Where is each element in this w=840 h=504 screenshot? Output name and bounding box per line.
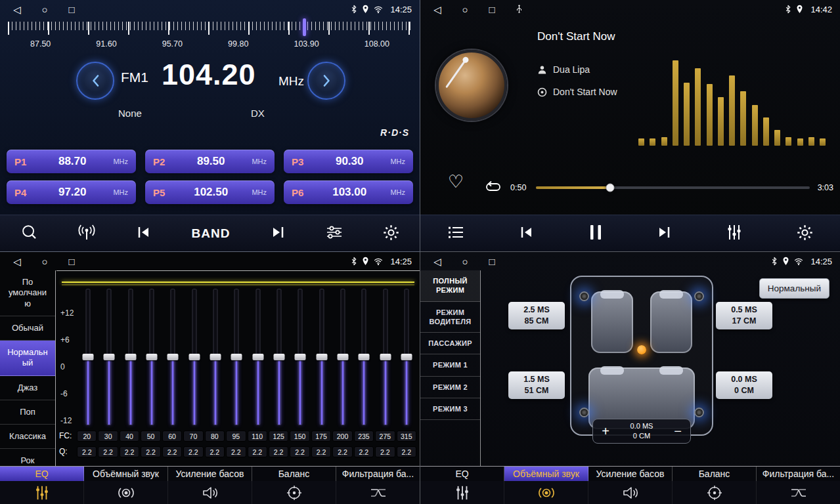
- recents-button[interactable]: □: [69, 5, 75, 14]
- slider-thumb[interactable]: [380, 354, 391, 360]
- eq-band-slider-275hz[interactable]: [374, 289, 395, 425]
- mode-full[interactable]: ПОЛНЫЙ РЕЖИМ: [420, 270, 480, 302]
- album-art[interactable]: [436, 50, 507, 121]
- eq-band-slider-175hz[interactable]: [311, 289, 332, 425]
- slider-thumb[interactable]: [231, 354, 242, 360]
- previous-track-button[interactable]: [518, 225, 535, 242]
- recents-button[interactable]: □: [489, 257, 495, 266]
- tab-bass-boost[interactable]: Усиление басов: [588, 467, 673, 481]
- recents-button[interactable]: □: [489, 5, 495, 14]
- delay-plus-button[interactable]: +: [593, 425, 618, 438]
- eq-band-slider-110hz[interactable]: [248, 289, 269, 425]
- eq-preset-classic[interactable]: Классика: [0, 425, 55, 449]
- rear-left-delay-box[interactable]: 1.5 MS 51 CM: [508, 371, 565, 399]
- home-button[interactable]: ○: [42, 257, 48, 266]
- eq-preset-rock[interactable]: Рок: [0, 449, 55, 466]
- eq-band-slider-70hz[interactable]: [184, 289, 205, 425]
- balance-icon[interactable]: [252, 481, 336, 504]
- slider-thumb[interactable]: [359, 354, 370, 360]
- tab-balance[interactable]: Баланс: [673, 467, 757, 481]
- eq-preset-jazz[interactable]: Джаз: [0, 376, 55, 400]
- eq-band-slider-95hz[interactable]: [226, 289, 247, 425]
- home-button[interactable]: ○: [42, 5, 48, 14]
- sound-preset-button[interactable]: Нормальный: [759, 278, 829, 299]
- audio-settings-button[interactable]: [325, 224, 343, 242]
- mode-2[interactable]: РЕЖИМ 2: [420, 377, 480, 398]
- eq-preset-custom[interactable]: Обычай: [0, 316, 55, 341]
- eq-band-slider-235hz[interactable]: [353, 289, 374, 425]
- preset-button-p5[interactable]: P5 102.50 MHz: [145, 180, 275, 204]
- scan-button[interactable]: [20, 223, 38, 243]
- tab-eq[interactable]: EQ: [420, 467, 504, 481]
- front-left-delay-box[interactable]: 2.5 MS 85 CM: [508, 302, 565, 329]
- eq-band-slider-80hz[interactable]: [205, 289, 226, 425]
- home-button[interactable]: ○: [462, 5, 468, 14]
- next-track-button[interactable]: [655, 225, 673, 242]
- bass-boost-icon[interactable]: [588, 481, 673, 504]
- preset-button-p6[interactable]: P6 103.00 MHz: [284, 180, 413, 204]
- eq-band-slider-60hz[interactable]: [162, 289, 183, 425]
- mode-passenger[interactable]: ПАССАЖИР: [420, 333, 480, 354]
- balance-icon[interactable]: [673, 481, 757, 504]
- passenger-seat[interactable]: [650, 291, 692, 353]
- tab-balance[interactable]: Баланс: [252, 467, 336, 481]
- frequency-ruler[interactable]: 87.50 91.60 95.70 99.80 103.90 108.00: [8, 22, 412, 53]
- next-station-button[interactable]: [269, 225, 286, 242]
- eq-band-slider-20hz[interactable]: [77, 289, 99, 425]
- front-right-speaker-icon[interactable]: [694, 291, 704, 301]
- eq-preset-default[interactable]: По умолчанию: [0, 270, 55, 316]
- delay-minus-button[interactable]: −: [665, 425, 690, 438]
- slider-thumb[interactable]: [83, 354, 94, 360]
- band-button[interactable]: BAND: [192, 226, 231, 241]
- filter-icon[interactable]: [336, 481, 420, 504]
- tab-bass-boost[interactable]: Усиление басов: [168, 467, 252, 481]
- rear-left-speaker-icon[interactable]: [579, 408, 589, 417]
- tuning-indicator[interactable]: [303, 18, 306, 36]
- mode-3[interactable]: РЕЖИМ 3: [420, 398, 480, 420]
- settings-button[interactable]: [796, 224, 814, 243]
- recents-button[interactable]: □: [69, 257, 75, 266]
- playlist-button[interactable]: [447, 224, 465, 242]
- preset-button-p4[interactable]: P4 97.20 MHz: [7, 180, 136, 204]
- tune-down-button[interactable]: [76, 62, 114, 100]
- listening-position-marker[interactable]: [637, 345, 646, 354]
- back-button[interactable]: ◁: [13, 257, 21, 266]
- driver-seat[interactable]: [591, 291, 633, 353]
- filter-icon[interactable]: [757, 481, 840, 504]
- eq-band-slider-50hz[interactable]: [141, 289, 162, 425]
- back-button[interactable]: ◁: [433, 257, 441, 266]
- bass-boost-icon[interactable]: [168, 481, 252, 504]
- seek-bar-thumb[interactable]: [606, 184, 614, 192]
- slider-thumb[interactable]: [167, 354, 179, 360]
- equalizer-button[interactable]: [726, 224, 743, 243]
- tab-filter[interactable]: Фильтрация ба...: [336, 467, 420, 481]
- mode-driver[interactable]: РЕЖИМ ВОДИТЕЛЯ: [420, 302, 480, 333]
- slider-thumb[interactable]: [210, 354, 221, 360]
- eq-sliders-icon[interactable]: [0, 481, 84, 504]
- eq-band-slider-40hz[interactable]: [120, 289, 141, 425]
- slider-thumb[interactable]: [337, 354, 348, 360]
- pause-button[interactable]: [588, 224, 603, 243]
- home-button[interactable]: ○: [462, 257, 468, 266]
- eq-band-slider-315hz[interactable]: [396, 289, 417, 425]
- preset-button-p2[interactable]: P2 89.50 MHz: [145, 150, 275, 173]
- preset-button-p3[interactable]: P3 90.30 MHz: [284, 150, 413, 173]
- eq-band-slider-125hz[interactable]: [269, 289, 290, 425]
- rear-right-speaker-icon[interactable]: [694, 408, 704, 417]
- tab-filter[interactable]: Фильтрация ба...: [757, 467, 840, 481]
- eq-preset-pop[interactable]: Поп: [0, 400, 55, 425]
- slider-thumb[interactable]: [295, 354, 306, 360]
- front-left-speaker-icon[interactable]: [579, 291, 589, 301]
- slider-thumb[interactable]: [125, 354, 136, 360]
- eq-band-slider-200hz[interactable]: [332, 289, 353, 425]
- slider-thumb[interactable]: [273, 354, 284, 360]
- slider-thumb[interactable]: [104, 354, 115, 360]
- eq-band-slider-150hz[interactable]: [290, 289, 311, 425]
- tab-surround[interactable]: Объёмный звук: [504, 467, 588, 481]
- repeat-button[interactable]: [483, 180, 503, 196]
- slider-thumb[interactable]: [401, 354, 412, 360]
- settings-button[interactable]: [382, 224, 400, 243]
- previous-station-button[interactable]: [135, 225, 152, 242]
- car-cabin-diagram[interactable]: [570, 276, 713, 436]
- tune-up-button[interactable]: [307, 62, 345, 100]
